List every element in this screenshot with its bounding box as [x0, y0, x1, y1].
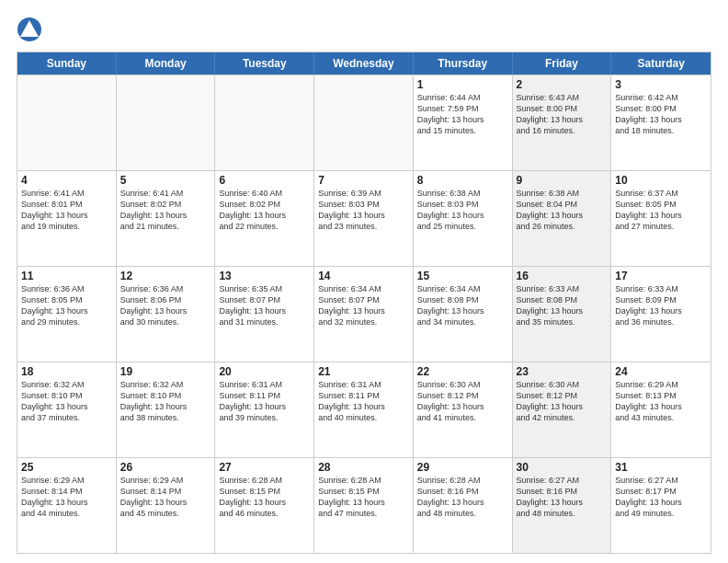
- day-info: Sunrise: 6:32 AM Sunset: 8:10 PM Dayligh…: [21, 379, 112, 424]
- day-info: Sunrise: 6:28 AM Sunset: 8:15 PM Dayligh…: [219, 475, 310, 520]
- calendar-row-5: 25Sunrise: 6:29 AM Sunset: 8:14 PM Dayli…: [17, 457, 711, 553]
- day-info: Sunrise: 6:36 AM Sunset: 8:05 PM Dayligh…: [21, 283, 112, 328]
- day-number: 18: [21, 365, 112, 378]
- day-info: Sunrise: 6:36 AM Sunset: 8:06 PM Dayligh…: [120, 283, 211, 328]
- day-info: Sunrise: 6:39 AM Sunset: 8:03 PM Dayligh…: [318, 188, 409, 233]
- day-info: Sunrise: 6:44 AM Sunset: 7:59 PM Dayligh…: [417, 92, 508, 137]
- day-info: Sunrise: 6:28 AM Sunset: 8:16 PM Dayligh…: [417, 475, 508, 520]
- day-number: 13: [219, 270, 310, 282]
- day-number: 29: [417, 461, 508, 474]
- day-number: 1: [417, 78, 508, 91]
- day-info: Sunrise: 6:31 AM Sunset: 8:11 PM Dayligh…: [318, 379, 409, 424]
- day-number: 6: [219, 174, 310, 187]
- day-number: 20: [219, 365, 310, 378]
- day-cell-15: 15Sunrise: 6:34 AM Sunset: 8:08 PM Dayli…: [414, 267, 513, 362]
- day-info: Sunrise: 6:29 AM Sunset: 8:14 PM Dayligh…: [120, 475, 211, 520]
- day-number: 12: [120, 270, 211, 282]
- day-cell-19: 19Sunrise: 6:32 AM Sunset: 8:10 PM Dayli…: [117, 362, 216, 457]
- day-cell-12: 12Sunrise: 6:36 AM Sunset: 8:06 PM Dayli…: [117, 267, 216, 362]
- day-info: Sunrise: 6:30 AM Sunset: 8:12 PM Dayligh…: [517, 379, 608, 424]
- day-cell-24: 24Sunrise: 6:29 AM Sunset: 8:13 PM Dayli…: [611, 362, 711, 457]
- day-cell-30: 30Sunrise: 6:27 AM Sunset: 8:16 PM Dayli…: [513, 458, 612, 553]
- day-number: 9: [517, 174, 608, 187]
- day-info: Sunrise: 6:42 AM Sunset: 8:00 PM Dayligh…: [615, 92, 707, 137]
- empty-cell-0-2: [215, 75, 314, 170]
- day-number: 16: [517, 270, 608, 282]
- day-info: Sunrise: 6:33 AM Sunset: 8:09 PM Dayligh…: [615, 283, 707, 328]
- day-info: Sunrise: 6:27 AM Sunset: 8:17 PM Dayligh…: [615, 475, 707, 520]
- weekday-header-thursday: Thursday: [414, 52, 513, 75]
- day-info: Sunrise: 6:34 AM Sunset: 8:08 PM Dayligh…: [417, 283, 508, 328]
- day-number: 10: [615, 174, 707, 187]
- page: SundayMondayTuesdayWednesdayThursdayFrid…: [0, 0, 728, 563]
- day-cell-13: 13Sunrise: 6:35 AM Sunset: 8:07 PM Dayli…: [215, 267, 314, 362]
- day-info: Sunrise: 6:37 AM Sunset: 8:05 PM Dayligh…: [615, 188, 707, 233]
- empty-cell-0-1: [117, 75, 216, 170]
- day-number: 4: [21, 174, 112, 187]
- weekday-header-sunday: Sunday: [17, 52, 117, 75]
- calendar-row-4: 18Sunrise: 6:32 AM Sunset: 8:10 PM Dayli…: [17, 362, 711, 457]
- calendar-row-3: 11Sunrise: 6:36 AM Sunset: 8:05 PM Dayli…: [17, 266, 711, 362]
- day-info: Sunrise: 6:41 AM Sunset: 8:01 PM Dayligh…: [21, 188, 112, 233]
- header: [17, 17, 711, 42]
- day-number: 5: [120, 174, 211, 187]
- day-info: Sunrise: 6:32 AM Sunset: 8:10 PM Dayligh…: [120, 379, 211, 424]
- day-cell-6: 6Sunrise: 6:40 AM Sunset: 8:02 PM Daylig…: [215, 171, 314, 266]
- calendar-row-1: 1Sunrise: 6:44 AM Sunset: 7:59 PM Daylig…: [17, 75, 711, 170]
- calendar-row-2: 4Sunrise: 6:41 AM Sunset: 8:01 PM Daylig…: [17, 170, 711, 266]
- day-number: 14: [318, 270, 409, 282]
- calendar-body: 1Sunrise: 6:44 AM Sunset: 7:59 PM Daylig…: [17, 75, 711, 553]
- day-number: 24: [615, 365, 707, 378]
- day-cell-1: 1Sunrise: 6:44 AM Sunset: 7:59 PM Daylig…: [414, 75, 513, 170]
- day-info: Sunrise: 6:43 AM Sunset: 8:00 PM Dayligh…: [517, 92, 608, 137]
- day-cell-2: 2Sunrise: 6:43 AM Sunset: 8:00 PM Daylig…: [513, 75, 612, 170]
- day-info: Sunrise: 6:35 AM Sunset: 8:07 PM Dayligh…: [219, 283, 310, 328]
- day-info: Sunrise: 6:41 AM Sunset: 8:02 PM Dayligh…: [120, 188, 211, 233]
- day-cell-27: 27Sunrise: 6:28 AM Sunset: 8:15 PM Dayli…: [215, 458, 314, 553]
- day-cell-16: 16Sunrise: 6:33 AM Sunset: 8:08 PM Dayli…: [513, 267, 612, 362]
- day-cell-25: 25Sunrise: 6:29 AM Sunset: 8:14 PM Dayli…: [17, 458, 117, 553]
- day-number: 21: [318, 365, 409, 378]
- day-number: 8: [417, 174, 508, 187]
- day-cell-11: 11Sunrise: 6:36 AM Sunset: 8:05 PM Dayli…: [17, 267, 117, 362]
- day-cell-3: 3Sunrise: 6:42 AM Sunset: 8:00 PM Daylig…: [611, 75, 711, 170]
- weekday-header-friday: Friday: [513, 52, 612, 75]
- day-info: Sunrise: 6:31 AM Sunset: 8:11 PM Dayligh…: [219, 379, 310, 424]
- day-cell-9: 9Sunrise: 6:38 AM Sunset: 8:04 PM Daylig…: [513, 171, 612, 266]
- day-info: Sunrise: 6:30 AM Sunset: 8:12 PM Dayligh…: [417, 379, 508, 424]
- day-info: Sunrise: 6:27 AM Sunset: 8:16 PM Dayligh…: [517, 475, 608, 520]
- day-number: 11: [21, 270, 112, 282]
- weekday-header-tuesday: Tuesday: [215, 52, 314, 75]
- day-number: 30: [517, 461, 608, 474]
- day-info: Sunrise: 6:38 AM Sunset: 8:04 PM Dayligh…: [517, 188, 608, 233]
- weekday-header-saturday: Saturday: [611, 52, 711, 75]
- day-info: Sunrise: 6:29 AM Sunset: 8:13 PM Dayligh…: [615, 379, 707, 424]
- day-number: 2: [517, 78, 608, 91]
- day-info: Sunrise: 6:34 AM Sunset: 8:07 PM Dayligh…: [318, 283, 409, 328]
- day-number: 19: [120, 365, 211, 378]
- weekday-header-wednesday: Wednesday: [314, 52, 414, 75]
- day-cell-21: 21Sunrise: 6:31 AM Sunset: 8:11 PM Dayli…: [314, 362, 414, 457]
- day-number: 7: [318, 174, 409, 187]
- weekday-header-monday: Monday: [117, 52, 216, 75]
- day-cell-28: 28Sunrise: 6:28 AM Sunset: 8:15 PM Dayli…: [314, 458, 414, 553]
- day-cell-14: 14Sunrise: 6:34 AM Sunset: 8:07 PM Dayli…: [314, 267, 414, 362]
- day-number: 15: [417, 270, 508, 282]
- day-number: 23: [517, 365, 608, 378]
- empty-cell-0-3: [314, 75, 414, 170]
- day-number: 31: [615, 461, 707, 474]
- logo: [17, 17, 46, 42]
- day-info: Sunrise: 6:38 AM Sunset: 8:03 PM Dayligh…: [417, 188, 508, 233]
- day-cell-23: 23Sunrise: 6:30 AM Sunset: 8:12 PM Dayli…: [513, 362, 612, 457]
- day-cell-5: 5Sunrise: 6:41 AM Sunset: 8:02 PM Daylig…: [117, 171, 216, 266]
- day-cell-8: 8Sunrise: 6:38 AM Sunset: 8:03 PM Daylig…: [414, 171, 513, 266]
- calendar: SundayMondayTuesdayWednesdayThursdayFrid…: [17, 52, 711, 554]
- day-cell-31: 31Sunrise: 6:27 AM Sunset: 8:17 PM Dayli…: [611, 458, 711, 553]
- day-number: 28: [318, 461, 409, 474]
- day-cell-17: 17Sunrise: 6:33 AM Sunset: 8:09 PM Dayli…: [611, 267, 711, 362]
- day-info: Sunrise: 6:40 AM Sunset: 8:02 PM Dayligh…: [219, 188, 310, 233]
- day-info: Sunrise: 6:29 AM Sunset: 8:14 PM Dayligh…: [21, 475, 112, 520]
- day-number: 17: [615, 270, 707, 282]
- day-number: 22: [417, 365, 508, 378]
- day-cell-4: 4Sunrise: 6:41 AM Sunset: 8:01 PM Daylig…: [17, 171, 117, 266]
